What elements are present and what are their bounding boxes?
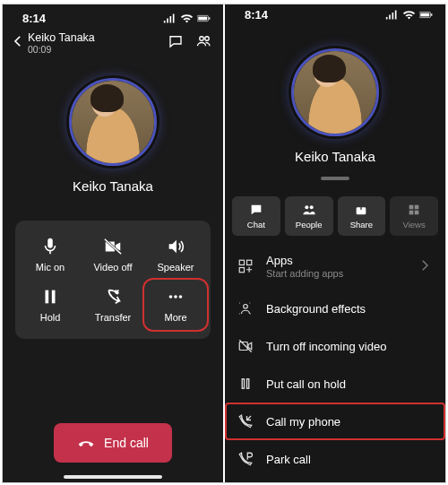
speaker-label: Speaker: [158, 262, 194, 273]
call-incoming-icon: [237, 413, 254, 429]
status-indicators: [385, 10, 433, 20]
svg-rect-26: [239, 342, 247, 351]
end-call-button[interactable]: End call: [54, 423, 172, 463]
svg-rect-8: [52, 290, 56, 304]
park-call-icon: [237, 451, 254, 467]
more-button[interactable]: More: [144, 280, 207, 330]
menu-hold-label: Put call on hold: [266, 377, 346, 391]
chat-icon: [168, 33, 184, 49]
video-label: Video off: [93, 262, 132, 273]
mic-button[interactable]: Mic on: [19, 230, 82, 280]
svg-rect-2: [209, 17, 210, 20]
call-controls-panel: Mic on Video off Speaker Hold Transfer M…: [15, 221, 211, 339]
action-chat[interactable]: Chat: [232, 196, 280, 236]
hold-button[interactable]: Hold: [19, 280, 82, 330]
action-share[interactable]: Share: [338, 196, 386, 236]
action-row: Chat People Share Views: [225, 196, 445, 236]
svg-point-15: [305, 205, 308, 209]
grid-icon: [407, 203, 421, 217]
video-off-icon: [237, 338, 254, 354]
menu-park-call[interactable]: Park call: [225, 440, 445, 478]
battery-icon: [197, 13, 211, 23]
back-button[interactable]: [10, 33, 26, 53]
battery-icon: [419, 10, 433, 20]
sheet-drag-handle[interactable]: [321, 177, 349, 180]
speaker-icon: [166, 237, 185, 256]
svg-point-10: [174, 295, 177, 299]
menu-apps-title: Apps: [266, 254, 293, 267]
action-people[interactable]: People: [285, 196, 333, 236]
menu-apps[interactable]: Apps Start adding apps: [225, 243, 445, 290]
status-bar: 8:14: [3, 4, 223, 28]
svg-point-9: [169, 295, 173, 299]
video-off-icon: [103, 237, 123, 256]
svg-point-4: [205, 37, 210, 41]
chat-icon: [249, 203, 263, 217]
more-icon: [166, 287, 185, 307]
speaker-button[interactable]: Speaker: [144, 230, 207, 280]
svg-rect-7: [46, 290, 49, 304]
cellular-icon: [385, 10, 399, 20]
menu-call-my-phone[interactable]: Call my phone: [225, 403, 445, 440]
pause-icon: [237, 376, 254, 392]
action-views[interactable]: Views: [390, 196, 438, 236]
svg-rect-21: [415, 211, 419, 215]
svg-rect-22: [239, 260, 244, 264]
chevron-right-icon: [417, 257, 433, 276]
menu-transfer[interactable]: Transfer: [225, 478, 445, 482]
chat-button[interactable]: [168, 33, 184, 53]
svg-rect-18: [409, 205, 414, 210]
status-time: 8:14: [245, 8, 268, 22]
transfer-button[interactable]: Transfer: [82, 280, 144, 330]
menu-background-effects[interactable]: Background effects: [225, 290, 445, 327]
action-people-label: People: [296, 220, 323, 230]
svg-rect-1: [198, 16, 207, 20]
caller-avatar: [69, 78, 157, 166]
menu-bg-label: Background effects: [266, 302, 366, 316]
more-label: More: [164, 312, 186, 323]
background-effects-icon: [237, 300, 254, 316]
menu-turn-off-incoming-video[interactable]: Turn off incoming video: [225, 327, 445, 365]
wifi-icon: [180, 13, 194, 23]
svg-rect-28: [242, 379, 244, 389]
svg-point-11: [179, 295, 183, 299]
caller-avatar: [291, 48, 379, 136]
mic-icon: [40, 237, 60, 256]
svg-rect-24: [239, 268, 244, 273]
caller-name-label: Keiko Tanaka: [295, 149, 375, 164]
mic-label: Mic on: [36, 262, 65, 273]
video-button[interactable]: Video off: [82, 230, 144, 280]
svg-rect-29: [247, 379, 249, 389]
header-timer: 00:09: [28, 44, 168, 55]
svg-point-16: [309, 205, 313, 209]
action-share-label: Share: [350, 220, 373, 230]
call-header: Keiko Tanaka 00:09: [3, 28, 223, 60]
svg-point-25: [244, 305, 248, 309]
cellular-icon: [163, 13, 177, 23]
pause-icon: [40, 287, 60, 307]
people-icon: [302, 203, 316, 217]
menu-incoming-label: Turn off incoming video: [266, 340, 386, 353]
menu-callphone-label: Call my phone: [266, 415, 340, 429]
status-time: 8:14: [22, 12, 46, 25]
people-button[interactable]: [196, 33, 212, 53]
svg-rect-19: [415, 205, 419, 210]
people-icon: [196, 33, 212, 49]
hold-label: Hold: [40, 312, 61, 323]
svg-point-3: [200, 37, 204, 41]
phone-screen-more-menu: 8:14 Keiko Tanaka Chat People: [225, 4, 445, 482]
svg-rect-20: [409, 211, 414, 215]
action-chat-label: Chat: [247, 220, 265, 230]
status-bar: 8:14: [225, 4, 445, 22]
status-indicators: [163, 13, 211, 23]
transfer-label: Transfer: [95, 312, 132, 323]
transfer-icon: [103, 287, 123, 307]
action-views-label: Views: [403, 220, 426, 230]
hangup-icon: [77, 434, 95, 452]
home-indicator[interactable]: [64, 475, 162, 479]
share-icon: [354, 203, 368, 217]
phone-screen-call-controls: 8:14 Keiko Tanaka 00:09: [3, 4, 223, 482]
apps-icon: [237, 258, 254, 274]
menu-put-on-hold[interactable]: Put call on hold: [225, 365, 445, 403]
more-menu-list: Apps Start adding apps Background effect…: [225, 243, 445, 482]
